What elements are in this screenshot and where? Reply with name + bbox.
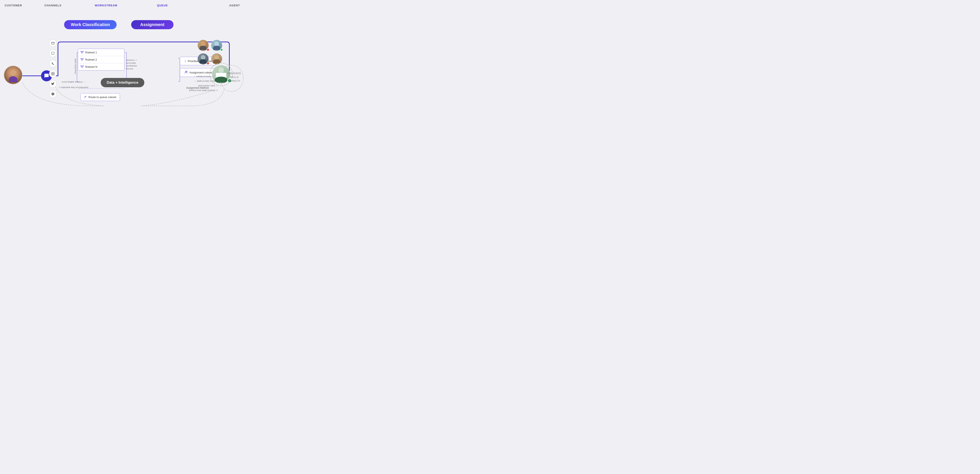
assignment-method-label: Assignment Method: [186, 86, 208, 89]
agent-3-status-dot: [207, 62, 210, 65]
ml-rules-label: MANUAL + MACHINE LEARNING RULES: [126, 59, 137, 70]
presence-label: PRESENCE: [228, 72, 241, 75]
messenger-channel-icon[interactable]: [49, 90, 57, 98]
queue-header: QUEUE: [157, 4, 168, 7]
assignment-ruleset-icon: [184, 70, 188, 75]
route-queue-label: Route to queue ruleset: [88, 96, 116, 99]
svg-line-14: [82, 52, 83, 53]
route-to-queue-box: ↱ Route to queue ruleset: [80, 93, 120, 101]
twitter-channel-icon[interactable]: [49, 80, 57, 88]
efficient-ops-label: EFFICIENT OPS →: [199, 85, 218, 87]
agent-info: PRESENCE SKILLS CAPACITY: [228, 72, 241, 83]
svg-point-11: [82, 53, 83, 53]
svg-line-26: [82, 66, 83, 67]
execution-order-label: ↓ Execution order: [74, 58, 76, 75]
svg-rect-8: [53, 74, 54, 75]
effective-employees-label: EFFECTIVE EMPLOYEES ↗: [189, 89, 218, 91]
workstream-header: WORKSTREAM: [95, 4, 117, 7]
ruleset-2-item: Ruleset 2: [78, 56, 124, 63]
svg-point-9: [81, 51, 81, 52]
ruleset-1-item: Ruleset 1: [78, 49, 124, 56]
svg-point-28: [186, 71, 187, 72]
deeper-relationships-label: ↗ DEEPER RELATIONSHIPS: [59, 86, 88, 89]
svg-point-15: [81, 59, 81, 59]
prioritisation-icon: ↕: [184, 59, 186, 63]
sms-channel-icon[interactable]: [49, 49, 57, 57]
ruleset-1-label: Ruleset 1: [85, 51, 97, 54]
skills-label: SKILLS: [228, 75, 241, 79]
channels-header: CHANNELS: [45, 4, 62, 7]
agent-1-status-dot: [207, 48, 210, 51]
svg-point-23: [82, 67, 83, 68]
svg-line-25: [81, 66, 82, 67]
customer-header: CUSTOMER: [5, 4, 22, 7]
assignment-badge: Assignment: [131, 20, 173, 29]
ruleset-n-icon: [81, 65, 84, 69]
assignment-ruleset-label: Assignment ruleset: [189, 71, 213, 74]
svg-point-22: [83, 65, 84, 66]
capacity-label: CAPACITY: [228, 79, 241, 83]
svg-point-17: [82, 60, 83, 61]
svg-rect-4: [51, 52, 54, 54]
svg-point-10: [83, 51, 84, 52]
svg-line-13: [81, 52, 82, 53]
work-classification-badge: Work Classification: [64, 20, 116, 29]
agent-2-status-dot: [220, 48, 223, 51]
diagram-container: CUSTOMER CHANNELS WORKSTREAM QUEUE AGENT…: [0, 0, 245, 119]
svg-line-19: [81, 59, 82, 60]
ruleset-container: Ruleset 1 Ruleset 2: [78, 49, 124, 70]
svg-point-21: [81, 65, 81, 66]
customer-avatar: [4, 65, 22, 84]
svg-point-16: [83, 59, 84, 59]
svg-rect-7: [51, 74, 52, 75]
phone-channel-icon[interactable]: [49, 60, 57, 67]
data-intelligence-pill: Data + Intelligence: [101, 78, 144, 87]
route-icon: ↱: [84, 95, 87, 99]
ruleset-2-label: Ruleset 2: [85, 58, 97, 61]
email-channel-icon[interactable]: [49, 39, 57, 47]
svg-line-20: [82, 59, 83, 60]
agent-header: AGENT: [229, 4, 240, 7]
customer-signal-label: CUSTOMER SIGNAL →: [62, 81, 86, 83]
ruleset-n-label: Ruleset N: [85, 65, 97, 69]
ruleset-n-item: Ruleset N: [78, 63, 124, 70]
ruleset-1-icon: [81, 51, 84, 54]
ruleset-2-icon: [81, 58, 84, 61]
svg-rect-5: [51, 72, 52, 73]
widget-channel-icon[interactable]: [49, 70, 57, 78]
svg-rect-6: [53, 72, 54, 73]
